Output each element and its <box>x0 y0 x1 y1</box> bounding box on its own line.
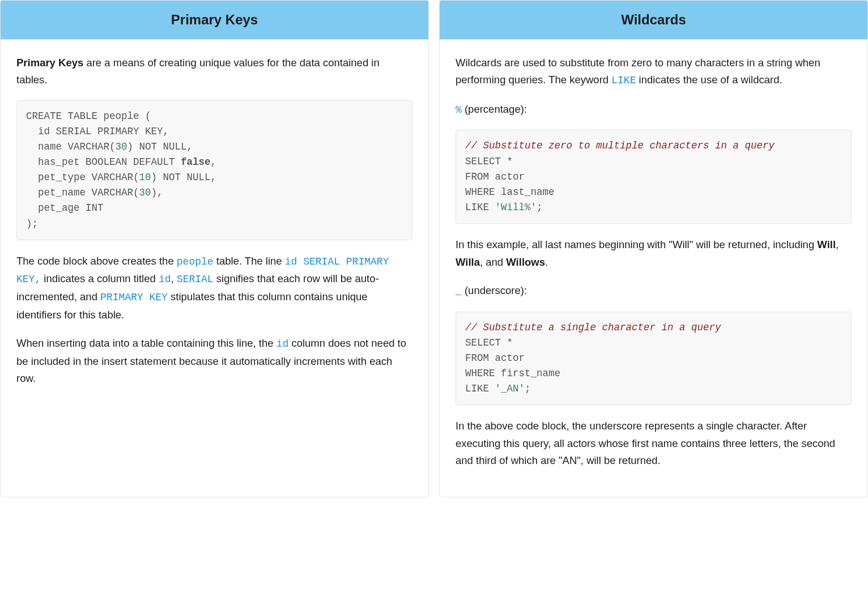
card-primary-keys: Primary Keys Primary Keys are a means of… <box>0 0 429 497</box>
underscore-label: _ (underscore): <box>456 282 852 300</box>
code-id: id <box>159 274 171 285</box>
percent-explain: In this example, all last names beginnin… <box>456 236 852 271</box>
card-body-primary-keys: Primary Keys are a means of creating uni… <box>1 40 428 415</box>
code-serial: SERIAL <box>177 274 214 285</box>
wildcards-intro: Wildcards are used to substitute from ze… <box>456 54 852 90</box>
wildcard-underscore-codeblock: // Substitute a single character in a qu… <box>456 312 852 406</box>
code-primary-key: PRIMARY KEY <box>100 292 168 303</box>
primary-keys-intro: Primary Keys are a means of creating uni… <box>16 54 412 89</box>
code-id-2: id <box>276 338 289 350</box>
primary-keys-codeblock: CREATE TABLE people ( id SERIAL PRIMARY … <box>16 100 412 240</box>
code-underscore: _ <box>456 286 462 297</box>
card-header-wildcards: Wildcards <box>440 1 867 40</box>
percent-label: % (percentage): <box>456 101 852 119</box>
card-body-wildcards: Wildcards are used to substitute from ze… <box>440 40 867 497</box>
primary-keys-explain-1: The code block above creates the people … <box>16 253 412 324</box>
code-people: people <box>177 256 214 267</box>
card-wildcards: Wildcards Wildcards are used to substitu… <box>439 0 868 497</box>
primary-keys-explain-2: When inserting data into a table contain… <box>16 335 412 388</box>
primary-keys-term: Primary Keys <box>16 57 83 69</box>
code-like: LIKE <box>611 75 636 86</box>
cards-container: Primary Keys Primary Keys are a means of… <box>0 0 868 497</box>
underscore-explain: In the above code block, the underscore … <box>456 418 852 470</box>
card-header-primary-keys: Primary Keys <box>1 1 428 40</box>
code-percent: % <box>456 104 462 116</box>
wildcard-percent-codeblock: // Substitute zero to multiple character… <box>456 130 852 224</box>
